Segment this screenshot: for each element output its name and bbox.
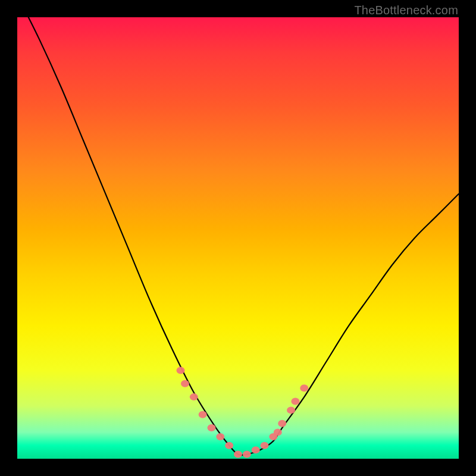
chart-svg bbox=[17, 17, 459, 459]
marker-point bbox=[287, 406, 295, 414]
marker-point bbox=[291, 398, 299, 405]
marker-point bbox=[300, 384, 308, 392]
marker-point bbox=[274, 428, 282, 436]
bottleneck-curve bbox=[17, 17, 459, 455]
marker-point bbox=[278, 420, 286, 427]
plot-area bbox=[17, 17, 459, 459]
marker-point bbox=[190, 393, 198, 400]
marker-point bbox=[207, 424, 215, 431]
marker-point bbox=[234, 451, 242, 458]
marker-point bbox=[216, 433, 224, 440]
marker-point bbox=[261, 442, 269, 449]
marker-point bbox=[225, 442, 233, 449]
marker-point bbox=[199, 411, 207, 418]
marker-point bbox=[181, 380, 189, 387]
marker-point bbox=[177, 367, 185, 374]
watermark-text: TheBottleneck.com bbox=[354, 4, 458, 17]
marker-point bbox=[243, 451, 251, 458]
highlight-markers bbox=[177, 367, 309, 458]
marker-point bbox=[252, 446, 260, 453]
